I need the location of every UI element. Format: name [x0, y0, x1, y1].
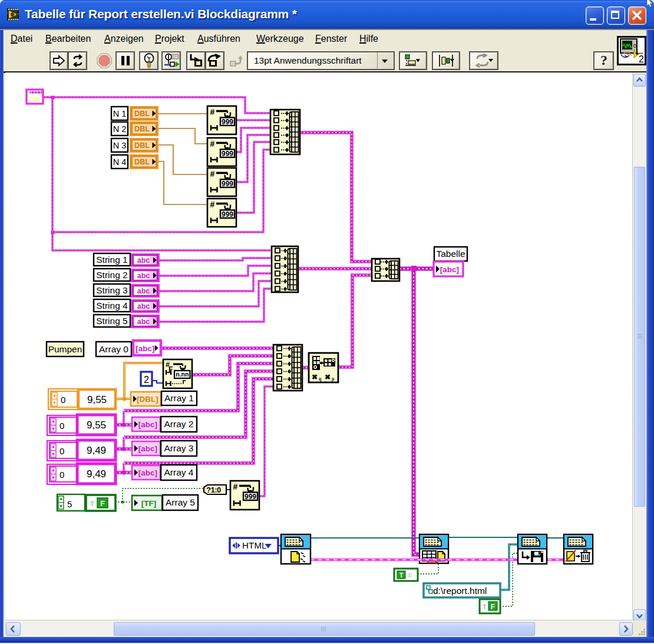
svg-text:F: F: [408, 572, 412, 579]
svg-text:#: #: [210, 139, 215, 148]
svg-text:ij: ij: [319, 377, 321, 382]
svg-text:#: #: [210, 200, 215, 209]
svg-text:Array 2: Array 2: [164, 419, 194, 429]
svg-text:abc: abc: [137, 256, 150, 265]
svg-text:0: 0: [60, 470, 64, 480]
svg-text:String 5: String 5: [96, 316, 127, 326]
svg-text:[abc]: [abc]: [136, 344, 154, 353]
svg-text:9,55: 9,55: [87, 394, 107, 405]
svg-text:Pumpen: Pumpen: [48, 344, 82, 354]
svg-text:[abc]: [abc]: [138, 444, 157, 453]
svg-text:N 3: N 3: [113, 141, 127, 150]
svg-text:999: 999: [245, 493, 256, 501]
svg-text:abc: abc: [137, 287, 150, 295]
svg-text:String 4: String 4: [96, 300, 128, 311]
svg-text:999: 999: [222, 180, 233, 188]
svg-text:DBL: DBL: [134, 125, 150, 133]
svg-text:#: #: [210, 169, 215, 179]
svg-text:abc: abc: [137, 302, 150, 311]
svg-text:DBL: DBL: [134, 158, 150, 166]
svg-text:Array 3: Array 3: [164, 443, 194, 453]
svg-text:Array 0: Array 0: [99, 344, 128, 354]
svg-text:abc: abc: [137, 318, 150, 326]
svg-text:N 4: N 4: [113, 157, 127, 167]
svg-text:[abc]: [abc]: [138, 468, 157, 477]
svg-text:2: 2: [144, 375, 149, 385]
svg-text:[DBL]: [DBL]: [137, 395, 158, 404]
svg-text:?1:0: ?1:0: [206, 486, 221, 494]
svg-text:N 2: N 2: [113, 124, 127, 134]
svg-text:[TF]: [TF]: [141, 499, 156, 508]
svg-text:ji: ji: [331, 377, 334, 382]
svg-text:T: T: [483, 603, 487, 610]
svg-text:Array 1: Array 1: [164, 393, 194, 403]
svg-text:0: 0: [60, 446, 64, 456]
svg-text:String 2: String 2: [96, 270, 127, 280]
svg-text:Array 4: Array 4: [164, 467, 194, 477]
svg-text:[abc]: [abc]: [440, 265, 459, 274]
svg-text:#: #: [233, 482, 238, 491]
svg-text:9,49: 9,49: [87, 468, 106, 480]
svg-text:T: T: [399, 572, 404, 579]
svg-text:Array 5: Array 5: [166, 497, 195, 507]
svg-text:999: 999: [222, 210, 233, 219]
svg-text:#: #: [210, 107, 215, 117]
svg-text:0: 0: [61, 395, 65, 405]
svg-text:999: 999: [222, 118, 233, 126]
svg-text:DBL: DBL: [134, 110, 150, 118]
svg-text:DBL: DBL: [134, 141, 150, 150]
svg-text:": ": [38, 89, 42, 99]
svg-text:n.nn: n.nn: [176, 371, 189, 378]
svg-text:N 1: N 1: [113, 109, 127, 118]
svg-text:T: T: [90, 500, 94, 507]
svg-text:999: 999: [222, 150, 233, 158]
svg-text:F: F: [100, 500, 105, 508]
svg-text:d:\report.html: d:\report.html: [433, 586, 487, 596]
svg-text:0: 0: [60, 421, 64, 431]
svg-text:9,49: 9,49: [87, 445, 106, 456]
svg-text:5: 5: [67, 499, 72, 509]
svg-text:F: F: [491, 603, 495, 611]
svg-text:✖: ✖: [312, 373, 318, 381]
svg-text:String 3: String 3: [96, 285, 127, 295]
svg-text:Tabelle: Tabelle: [436, 249, 465, 259]
svg-text:✖: ✖: [325, 373, 331, 381]
svg-text:HTML: HTML: [242, 540, 267, 550]
svg-text:String 1: String 1: [96, 255, 127, 265]
svg-text:abc: abc: [137, 272, 150, 280]
svg-text:9,55: 9,55: [87, 420, 106, 431]
svg-text:[abc]: [abc]: [138, 420, 157, 429]
